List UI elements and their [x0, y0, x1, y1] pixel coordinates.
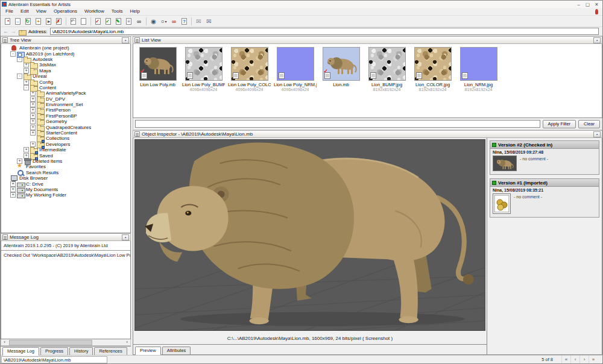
version-header[interactable]: Version #2 (Checked in): [490, 141, 599, 149]
refresh-icon[interactable]: ↻: [23, 16, 33, 26]
menu-edit[interactable]: Edit: [17, 8, 33, 15]
menu-operations[interactable]: Operations: [50, 8, 81, 15]
scroll-right-icon[interactable]: ›: [124, 339, 130, 345]
expand-icon[interactable]: +: [10, 181, 16, 187]
check-in-icon[interactable]: ✓: [103, 16, 113, 26]
tree-item-dv-dpv[interactable]: +DV_DPV: [1, 96, 130, 102]
tree-item-developers[interactable]: +Developers: [1, 142, 130, 147]
tree-item-saved[interactable]: +Saved: [1, 152, 130, 158]
tree-item-startercontent[interactable]: +StarterContent: [1, 130, 130, 136]
message-log-hscrollbar[interactable]: ‹ ›: [1, 339, 131, 346]
view-eye-icon[interactable]: ◉: [148, 16, 159, 26]
version-header[interactable]: Version #1 (Imported): [490, 179, 599, 187]
scrollbar-track[interactable]: [8, 340, 124, 345]
copy-file-icon[interactable]: ≡: [124, 16, 134, 26]
close-button[interactable]: ✕: [592, 1, 601, 8]
thumbnail-lion-low-poly-bump[interactable]: Lion Low Poly_BUMP...4096x4096x24: [182, 47, 225, 92]
last-page-button[interactable]: »: [589, 356, 598, 363]
expand-icon[interactable]: +: [30, 119, 36, 124]
forward-icon[interactable]: →: [11, 28, 16, 35]
tree-item-search-results[interactable]: Search Results: [1, 170, 130, 175]
collapse-icon[interactable]: -: [24, 85, 29, 90]
new-file-icon[interactable]: *: [2, 16, 13, 26]
tree-item-maya[interactable]: +Maya: [1, 68, 130, 74]
menu-view[interactable]: View: [33, 8, 50, 15]
expand-icon[interactable]: +: [30, 125, 36, 130]
menu-file[interactable]: File: [2, 8, 17, 15]
tree-view-menu-button[interactable]: ▪: [122, 37, 129, 43]
tree-item-animalvarietypack[interactable]: +AnimalVarietyPack: [1, 90, 130, 96]
thumbnail-lion-low-poly-mb[interactable]: ✓Lion Low Poly.mb: [136, 47, 179, 92]
thumbnail-lion-low-poly-colo[interactable]: Lion Low Poly_COLO...4096x4096x24: [228, 47, 271, 92]
delete-icon[interactable]: ✗: [54, 16, 64, 26]
tree-item-collections[interactable]: Collections: [1, 136, 130, 141]
message-log-menu-button[interactable]: ▪: [122, 234, 129, 240]
import-file-icon[interactable]: →: [13, 16, 23, 26]
tree-item-environment-set[interactable]: +Environment_Set: [1, 102, 130, 107]
tree-item-firstpersonbp[interactable]: +FirstPersonBP: [1, 113, 130, 119]
tree-item-content[interactable]: -Content: [1, 85, 130, 90]
help-doc-icon[interactable]: ?: [179, 16, 189, 26]
new-folder-icon[interactable]: +: [33, 16, 43, 26]
zoom-magnifier-icon[interactable]: ○▾: [159, 16, 169, 26]
menu-workflow[interactable]: Workflow: [81, 8, 108, 15]
tree-item-quadrapedcreatures[interactable]: +QuadrapedCreatures: [1, 124, 130, 130]
tab-attributes[interactable]: Attributes: [162, 347, 191, 354]
undo-checkout-icon[interactable]: ↶: [68, 16, 78, 26]
clear-filter-button[interactable]: Clear: [578, 120, 600, 128]
version-thumbnail[interactable]: [493, 155, 517, 171]
thumbnail-lion-low-poly-nrm-j[interactable]: Lion Low Poly_NRM.j...4096x4096x24: [274, 47, 317, 92]
maximize-button[interactable]: ▢: [583, 1, 592, 8]
menu-tools[interactable]: Tools: [108, 8, 127, 15]
expand-icon[interactable]: +: [30, 113, 36, 119]
filter-input[interactable]: [135, 120, 540, 128]
scrollbar-thumb[interactable]: [9, 340, 92, 345]
tree-item-unreal[interactable]: -Unreal: [1, 74, 130, 79]
tab-preview[interactable]: Preview: [135, 347, 161, 355]
tree-item-ab2019-on-latchford[interactable]: -AB2019 (on Latchford): [1, 51, 130, 56]
back-icon[interactable]: ←: [3, 28, 8, 35]
tree-item-config[interactable]: +Config: [1, 79, 130, 84]
thumbnail-lion-nrm-jpg[interactable]: Lion_NRM.jpg8192x8192x24: [457, 47, 500, 92]
up-folder-icon[interactable]: [19, 29, 26, 34]
next-page-button[interactable]: ›: [579, 356, 589, 363]
blank-doc-icon[interactable]: [78, 16, 89, 26]
binoculars-find-icon[interactable]: ∞: [134, 16, 144, 26]
expand-icon[interactable]: +: [30, 102, 36, 107]
tree-item-3dsmax[interactable]: +3dsMax: [1, 62, 130, 67]
new-project-icon[interactable]: ▸: [43, 16, 54, 26]
tab-progress[interactable]: Progress: [40, 347, 68, 355]
prev-page-button[interactable]: ‹: [570, 356, 579, 363]
thumbnail-lion-color-jpg[interactable]: Lion_COLOR.jpg8192x8192x24: [411, 47, 454, 92]
edit-file-icon[interactable]: ✎: [113, 16, 124, 26]
collapse-icon[interactable]: -: [17, 74, 22, 79]
first-page-button[interactable]: «: [561, 356, 570, 363]
tree-item-intermediate[interactable]: +Intermediate: [1, 147, 130, 152]
tab-history[interactable]: History: [69, 347, 93, 355]
tree-item-geometry[interactable]: +Geometry: [1, 119, 130, 124]
menu-help[interactable]: Help: [126, 8, 143, 15]
apply-filter-button[interactable]: Apply Filter: [543, 120, 576, 128]
expand-icon[interactable]: +: [24, 147, 29, 152]
thumbnail-lion-mb[interactable]: ✓Lion.mb: [320, 47, 362, 92]
expand-icon[interactable]: +: [30, 130, 36, 136]
version-thumbnail[interactable]: [493, 193, 511, 214]
tree-item-firstperson[interactable]: +FirstPerson: [1, 107, 130, 113]
expand-icon[interactable]: +: [30, 96, 36, 102]
minimize-button[interactable]: –: [574, 1, 583, 8]
expand-icon[interactable]: +: [10, 187, 16, 192]
tree-item-my-working-folder[interactable]: +My Working Folder: [1, 192, 130, 198]
mail-find-icon[interactable]: ✉: [204, 16, 214, 26]
scroll-left-icon[interactable]: ‹: [1, 339, 8, 345]
thumbnail-lion-bump-jpg[interactable]: Lion_BUMP.jpg8192x8192x24: [365, 47, 408, 92]
expand-icon[interactable]: +: [10, 192, 16, 198]
find-checked-out-icon[interactable]: ∞: [169, 16, 179, 26]
tab-message-log[interactable]: Message Log: [2, 347, 39, 356]
mail-icon[interactable]: ✉: [194, 16, 204, 26]
tab-references[interactable]: References: [94, 347, 127, 355]
expand-icon[interactable]: +: [30, 107, 36, 113]
collapse-icon[interactable]: -: [10, 51, 16, 57]
object-inspector-menu-button[interactable]: ▪: [593, 131, 601, 137]
check-out-icon[interactable]: ✓: [93, 16, 103, 26]
list-view-menu-button[interactable]: ▪: [593, 37, 601, 43]
